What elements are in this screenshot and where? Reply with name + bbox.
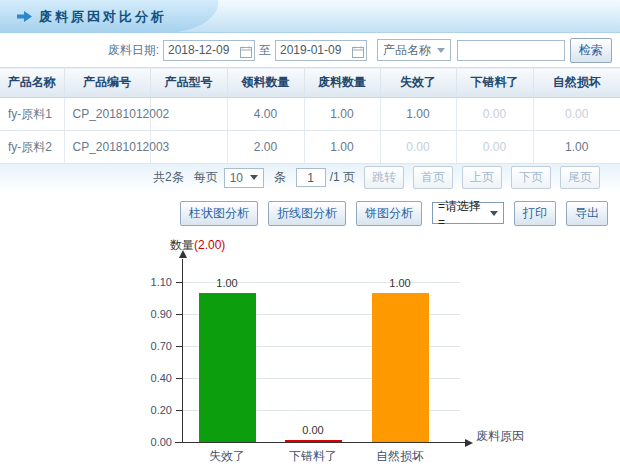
x-category-label: 自然损坏 bbox=[355, 448, 445, 465]
bar-chart-button[interactable]: 柱状图分析 bbox=[180, 201, 258, 226]
x-axis-line bbox=[175, 442, 465, 443]
table-column-header: 废料数量 bbox=[304, 68, 380, 98]
table-cell: 2.00 bbox=[227, 131, 304, 164]
unit-label: 条 bbox=[274, 169, 286, 186]
waste-analysis-page: 废料原因对比分析 废料日期: 至 产品名称 检索 bbox=[0, 0, 620, 468]
chart-type-select[interactable]: =请选择= bbox=[432, 202, 504, 224]
jump-button[interactable]: 跳转 bbox=[364, 166, 404, 189]
last-page-button[interactable]: 尾页 bbox=[560, 166, 600, 189]
table-cell: 1.00 bbox=[380, 98, 456, 131]
page-input[interactable] bbox=[296, 168, 326, 187]
table-cell: 0.00 bbox=[456, 131, 533, 164]
pagination-bar: 共2条 每页 10 条 /1 页 跳转 首页 上页 下页 尾页 bbox=[0, 164, 620, 191]
x-axis-title: 废料原因 bbox=[476, 428, 524, 445]
y-tick-label: 0.00 bbox=[132, 436, 172, 448]
line-chart-button[interactable]: 折线图分析 bbox=[268, 201, 346, 226]
table-cell: 1.00 bbox=[304, 98, 380, 131]
next-page-button[interactable]: 下页 bbox=[511, 166, 551, 189]
table-header-row: 产品名称产品编号产品型号领料数量废料数量失效了下错料了自然损坏 bbox=[0, 68, 620, 98]
y-tick-label: 0.90 bbox=[132, 308, 172, 320]
table-column-header: 产品型号 bbox=[150, 68, 227, 98]
y-axis-max-annotation: (2.00) bbox=[194, 238, 225, 252]
y-tick-label: 0.20 bbox=[132, 404, 172, 416]
page-title: 废料原因对比分析 bbox=[39, 8, 167, 26]
table-cell: CP_20181012002 bbox=[64, 98, 150, 131]
table-column-header: 产品名称 bbox=[0, 68, 64, 98]
y-axis-arrow-icon bbox=[179, 250, 187, 258]
y-axis-line bbox=[182, 259, 183, 442]
table-row: fy-原料2CP_201810120032.001.000.000.001.00 bbox=[0, 131, 620, 164]
table-cell: CP_20181012003 bbox=[64, 131, 150, 164]
pie-chart-button[interactable]: 饼图分析 bbox=[356, 201, 422, 226]
page-total-label: /1 页 bbox=[330, 169, 355, 186]
prev-page-button[interactable]: 上页 bbox=[462, 166, 502, 189]
table-cell: 0.00 bbox=[456, 98, 533, 131]
table-cell: 1.00 bbox=[304, 131, 380, 164]
table-column-header: 下错料了 bbox=[456, 68, 533, 98]
bar-value-label: 1.00 bbox=[370, 277, 430, 289]
waste-table: 产品名称产品编号产品型号领料数量废料数量失效了下错料了自然损坏 fy-原料1CP… bbox=[0, 67, 620, 164]
product-field-select[interactable]: 产品名称 bbox=[377, 39, 451, 61]
print-button[interactable]: 打印 bbox=[514, 201, 556, 226]
y-tick-label: 1.10 bbox=[132, 276, 172, 288]
x-axis-arrow-icon bbox=[465, 439, 473, 447]
table-column-header: 领料数量 bbox=[227, 68, 304, 98]
bar-chart: 数量(2.00) 废料原因 1.100.900.700.400.200.001.… bbox=[0, 231, 620, 468]
date-from-wrap bbox=[163, 40, 255, 61]
date-range-label: 废料日期: bbox=[108, 42, 159, 59]
bar-value-label: 1.00 bbox=[197, 277, 257, 289]
page-header: 废料原因对比分析 bbox=[0, 0, 620, 33]
calendar-icon[interactable] bbox=[352, 44, 364, 62]
chart-type-select-value: =请选择= bbox=[438, 198, 486, 229]
arrow-right-icon bbox=[17, 11, 32, 22]
search-button[interactable]: 检索 bbox=[570, 38, 612, 63]
table-row: fy-原料1CP_201810120024.001.001.000.000.00 bbox=[0, 98, 620, 131]
bar-value-label: 0.00 bbox=[283, 424, 343, 436]
chart-toolbar: 柱状图分析 折线图分析 饼图分析 =请选择= 打印 导出 bbox=[0, 200, 620, 226]
per-page-label: 每页 bbox=[194, 169, 218, 186]
per-page-select-value: 10 bbox=[230, 171, 243, 185]
table-cell: 0.00 bbox=[380, 131, 456, 164]
product-field-select-value: 产品名称 bbox=[383, 42, 431, 59]
y-tick-label: 0.40 bbox=[132, 372, 172, 384]
chevron-down-icon bbox=[490, 211, 498, 216]
keyword-input[interactable] bbox=[457, 40, 565, 61]
total-count: 共2条 bbox=[153, 169, 184, 186]
x-category-label: 下错料了 bbox=[268, 448, 358, 465]
to-label: 至 bbox=[259, 42, 271, 59]
chart-bar bbox=[285, 440, 342, 442]
table-cell: 0.00 bbox=[533, 98, 620, 131]
chart-bar bbox=[199, 293, 256, 442]
table-cell: 1.00 bbox=[533, 131, 620, 164]
x-category-label: 失效了 bbox=[182, 448, 272, 465]
calendar-icon[interactable] bbox=[240, 44, 252, 62]
chart-bar bbox=[372, 293, 429, 442]
per-page-select[interactable]: 10 bbox=[224, 168, 264, 188]
table-cell: 4.00 bbox=[227, 98, 304, 131]
y-tick-label: 0.70 bbox=[132, 340, 172, 352]
table-column-header: 失效了 bbox=[380, 68, 456, 98]
export-button[interactable]: 导出 bbox=[566, 201, 608, 226]
table-cell: fy-原料1 bbox=[0, 98, 64, 131]
table-body: fy-原料1CP_201810120024.001.001.000.000.00… bbox=[0, 98, 620, 164]
table-column-header: 产品编号 bbox=[64, 68, 150, 98]
table-cell: fy-原料2 bbox=[0, 131, 64, 164]
first-page-button[interactable]: 首页 bbox=[413, 166, 453, 189]
table-column-header: 自然损坏 bbox=[533, 68, 620, 98]
chevron-down-icon bbox=[437, 48, 445, 53]
filter-bar: 废料日期: 至 产品名称 检索 bbox=[0, 33, 620, 67]
date-to-wrap bbox=[275, 40, 367, 61]
chevron-down-icon bbox=[250, 175, 258, 180]
header-tab: 废料原因对比分析 bbox=[0, 0, 218, 33]
